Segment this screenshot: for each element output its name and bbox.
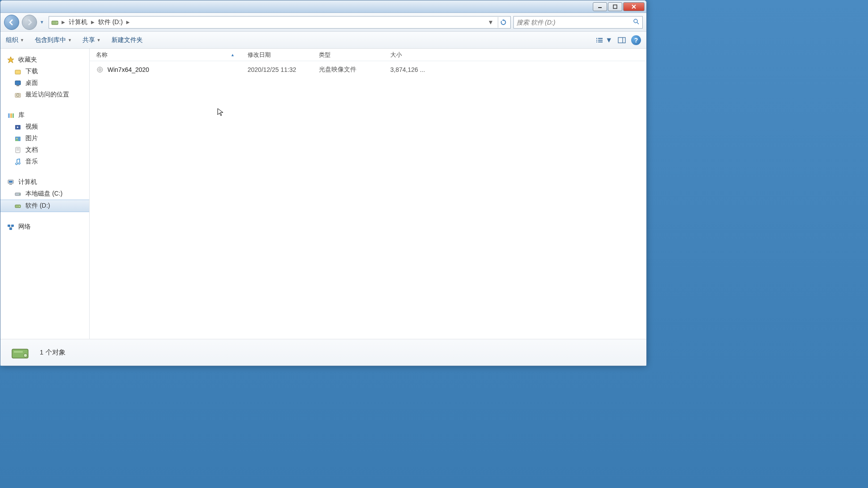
nav-videos[interactable]: 视频 [0,121,89,133]
status-bar: 1 个对象 [0,339,646,366]
drive-icon [14,202,22,210]
iso-file-icon [96,66,104,74]
file-name: Win7x64_2020 [107,66,149,73]
organize-label: 组织 [6,36,18,44]
col-label: 类型 [319,51,331,59]
svg-rect-16 [15,70,21,74]
forward-button[interactable] [22,15,37,30]
svg-point-6 [634,19,637,23]
folder-icon [14,67,22,75]
file-size-cell: 3,874,126 ... [384,66,438,73]
toolbar: 组织 ▼ 包含到库中 ▼ 共享 ▼ 新建文件夹 ▼ ? [0,32,646,49]
chevron-down-icon: ▼ [605,36,612,44]
column-header-name[interactable]: 名称 ▲ [90,51,241,59]
nav-local-disk-c[interactable]: 本地磁盘 (C:) [0,188,89,200]
column-header-date[interactable]: 修改日期 [241,51,313,59]
libraries-group: 库 视频 图片 文档 音乐 [0,109,89,167]
nav-label: 收藏夹 [18,56,37,64]
svg-point-43 [99,69,101,71]
chevron-down-icon: ▼ [68,38,72,42]
search-box[interactable] [513,16,643,29]
status-text: 1 个对象 [40,348,66,357]
nav-label: 视频 [25,123,38,131]
search-input[interactable] [517,19,632,26]
nav-music[interactable]: 音乐 [0,156,89,167]
organize-menu[interactable]: 组织 ▼ [6,36,24,44]
nav-libraries[interactable]: 库 [0,109,89,121]
svg-point-45 [24,354,27,357]
star-icon [7,56,15,64]
file-row[interactable]: Win7x64_2020 2020/12/25 11:32 光盘映像文件 3,8… [90,63,646,76]
address-bar[interactable]: ▶ 计算机 ▶ 软件 (D:) ▶ ▾ [49,16,511,29]
new-folder-button[interactable]: 新建文件夹 [112,36,143,44]
view-options-button[interactable]: ▼ [595,36,612,44]
include-library-menu[interactable]: 包含到库中 ▼ [35,36,72,44]
forward-arrow-icon [26,19,33,26]
search-icon[interactable] [632,18,640,26]
navigation-pane: 收藏夹 下载 桌面 最近访问的位置 库 [0,49,90,339]
file-date-cell: 2020/12/25 11:32 [241,66,313,73]
sort-ascending-icon: ▲ [231,53,235,57]
nav-label: 图片 [25,134,38,142]
svg-rect-14 [618,38,625,43]
chevron-right-icon[interactable]: ▶ [126,20,130,25]
chevron-right-icon[interactable]: ▶ [62,20,65,25]
music-icon [14,158,22,166]
computer-icon [7,178,15,186]
libraries-icon [7,111,15,119]
address-dropdown[interactable]: ▾ [486,18,495,26]
minimize-button[interactable] [593,2,607,11]
nav-software-d[interactable]: 软件 (D:) [0,200,89,212]
help-button[interactable]: ? [631,35,641,45]
maximize-button[interactable] [608,2,622,11]
svg-line-7 [637,22,639,24]
breadcrumb-computer[interactable]: 计算机 [67,17,89,27]
close-button[interactable] [623,2,645,11]
nav-desktop[interactable]: 桌面 [0,77,89,89]
nav-computer[interactable]: 计算机 [0,176,89,188]
nav-recent[interactable]: 最近访问的位置 [0,89,89,100]
share-menu[interactable]: 共享 ▼ [83,36,101,44]
window-controls [593,2,645,11]
desktop-icon [14,79,22,87]
svg-rect-18 [17,85,19,86]
nav-label: 文档 [25,146,38,154]
svg-rect-17 [15,81,21,85]
refresh-button[interactable] [498,17,508,28]
nav-label: 桌面 [25,79,38,87]
nav-history-dropdown[interactable]: ▼ [40,20,46,25]
help-icon: ? [634,37,638,44]
nav-label: 本地磁盘 (C:) [25,190,62,198]
column-header-type[interactable]: 类型 [313,51,384,59]
back-arrow-icon [8,19,15,26]
nav-label: 音乐 [25,158,38,166]
svg-point-36 [19,206,20,207]
col-label: 名称 [96,51,107,59]
chevron-right-icon[interactable]: ▶ [91,20,95,25]
col-label: 修改日期 [248,51,271,59]
preview-pane-button[interactable] [618,37,626,43]
svg-line-41 [11,227,12,228]
svg-rect-1 [613,5,617,8]
file-list-pane: 名称 ▲ 修改日期 类型 大小 [90,49,646,339]
title-bar[interactable] [0,0,646,13]
nav-network[interactable]: 网络 [0,221,89,233]
nav-label: 下载 [25,67,38,75]
chevron-down-icon: ▼ [97,38,101,42]
nav-favorites[interactable]: 收藏夹 [0,54,89,66]
column-header-size[interactable]: 大小 [384,51,438,59]
file-list[interactable]: Win7x64_2020 2020/12/25 11:32 光盘映像文件 3,8… [90,61,646,339]
nav-label: 网络 [18,223,31,231]
list-view-icon [595,37,603,43]
svg-rect-31 [9,181,12,183]
nav-documents[interactable]: 文档 [0,144,89,156]
refresh-icon [500,19,507,26]
nav-label: 库 [18,111,25,119]
nav-pictures[interactable]: 图片 [0,133,89,144]
minimize-icon [598,4,602,9]
toolbar-right: ▼ ? [595,35,641,45]
recent-icon [14,91,22,99]
nav-downloads[interactable]: 下载 [0,66,89,77]
breadcrumb-drive[interactable]: 软件 (D:) [96,17,124,27]
back-button[interactable] [4,15,19,30]
